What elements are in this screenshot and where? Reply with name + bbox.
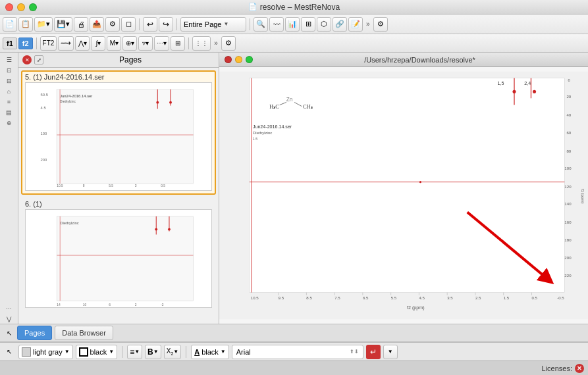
print-button[interactable]: 🖨 (74, 17, 88, 32)
svg-text:Diethylzinc: Diethylzinc (60, 221, 79, 225)
svg-text:1.5: 1.5 (504, 295, 510, 300)
sep7 (186, 346, 186, 358)
spectrum-content[interactable]: H₃C Zn CH₃ Jun24-2016.14.ser Diethylzinc… (219, 67, 588, 324)
bottom-toolbar: ↖ light gray ▼ black ▼ ≡ ▼ B ▼ X2 ▼ A bl… (0, 342, 588, 361)
stroke-color-selector[interactable]: black ▼ (76, 345, 118, 359)
minimize-button[interactable] (17, 3, 25, 11)
integration-button[interactable]: ∫▾ (91, 36, 105, 51)
svg-text:120: 120 (564, 184, 572, 189)
main-content: ☰ ⊡ ⊟ ⌂ ≡ ▤ ⊕ ⋯ ⋁ ✕ ⤢ Pages 5. (1) Jun24… (0, 53, 588, 324)
save-button[interactable]: 💾▾ (54, 17, 72, 32)
page-item-2[interactable]: 6. (1) Diethylzinc (21, 197, 216, 312)
svg-text:0.5: 0.5 (161, 184, 165, 188)
peak-pick-button[interactable]: ⋀▾ (75, 36, 90, 51)
subscript-button[interactable]: X2 ▼ (164, 345, 182, 359)
bottom-tabs: ↖ Pages Data Browser (0, 324, 588, 342)
align-icon: ≡ (130, 347, 134, 357)
new2-button[interactable]: 📋 (18, 17, 33, 32)
svg-text:10: 10 (83, 303, 87, 307)
tool2[interactable]: ◻ (121, 17, 136, 32)
svg-text:140: 140 (564, 201, 572, 206)
phasing-button[interactable]: ⟿ (58, 36, 74, 51)
data-browser-tab[interactable]: Data Browser (55, 326, 113, 340)
spectrum-close-btn[interactable] (225, 56, 232, 63)
more-tools-button[interactable]: » (364, 20, 372, 28)
pages-close-button[interactable]: ✕ (22, 55, 32, 64)
svg-text:9.5: 9.5 (279, 295, 284, 300)
svg-text:200: 200 (40, 158, 47, 162)
multiplet-button[interactable]: M▾ (107, 36, 121, 51)
tool1[interactable]: ⚙ (105, 17, 120, 32)
sidebar-pages-icon[interactable]: ☰ (5, 55, 13, 64)
font-color-selector[interactable]: A black ▼ (191, 345, 229, 359)
sidebar-expand-icon[interactable]: ⋁ (5, 314, 13, 324)
sidebar-icon2[interactable]: ⊟ (5, 76, 13, 86)
svg-text:H₃C: H₃C (269, 104, 279, 110)
settings2-button[interactable]: ⚙ (221, 36, 236, 51)
sidebar-icon6[interactable]: ⊕ (5, 118, 13, 128)
font-selector-arrows[interactable]: ⬆⬇ (350, 349, 359, 355)
f1-label[interactable]: f1 (3, 38, 17, 49)
pages-expand-button[interactable]: ⤢ (34, 55, 43, 64)
tools6[interactable]: ⊞ (171, 36, 185, 51)
sidebar-icon5[interactable]: ▤ (5, 108, 13, 117)
tools7[interactable]: ⋮⋮ (192, 36, 211, 51)
svg-text:220: 220 (564, 273, 572, 278)
left-sidebar: ☰ ⊡ ⊟ ⌂ ≡ ▤ ⊕ ⋯ ⋁ (0, 53, 18, 324)
svg-text:-0.5: -0.5 (557, 295, 564, 300)
table-button[interactable]: ⊞ (301, 17, 315, 32)
zoom-button[interactable]: 🔍 (254, 17, 268, 32)
spectrum-button[interactable]: 〰 (269, 17, 284, 32)
sidebar-icon3[interactable]: ⌂ (6, 87, 12, 96)
fill-color-selector[interactable]: light gray ▼ (18, 345, 73, 359)
assign-button[interactable]: 🔗 (333, 17, 347, 32)
struct-button[interactable]: ⬡ (317, 17, 331, 32)
undo-button[interactable]: ↩ (143, 17, 157, 32)
sidebar-icon-bottom[interactable]: ⋯ (5, 304, 13, 313)
font-color-arrow[interactable]: ▼ (221, 349, 226, 355)
spectrum-min-btn[interactable] (235, 56, 242, 63)
report-button[interactable]: 📝 (348, 17, 363, 32)
license-error-icon[interactable]: ✕ (575, 364, 584, 373)
more-options-button[interactable]: ▼ (383, 345, 398, 359)
fill-dropdown-arrow[interactable]: ▼ (65, 345, 70, 359)
svg-text:160: 160 (564, 220, 572, 224)
tools5[interactable]: ⋯▾ (154, 36, 169, 51)
open-button[interactable]: 📁▾ (34, 17, 53, 32)
panel-hide-button[interactable]: ↖ (4, 328, 14, 338)
stroke-color-label: black (90, 348, 107, 356)
close-button[interactable] (5, 3, 13, 11)
bold-button[interactable]: B ▼ (145, 345, 161, 359)
licenses-bar: Licenses: ✕ (0, 361, 588, 375)
sidebar-icon1[interactable]: ⊡ (5, 66, 13, 75)
title-bar: 📄 resolve – MestReNova (0, 0, 588, 14)
svg-text:3.5: 3.5 (447, 295, 453, 300)
pointer-tool[interactable]: ↖ (3, 345, 16, 359)
ft2-button[interactable]: FT2 (40, 36, 57, 51)
svg-rect-5 (57, 89, 193, 184)
font-name-selector[interactable]: Jun24-2016.14.ser Arial ⬆⬇ (232, 345, 363, 359)
export-button[interactable]: 📤 (90, 17, 104, 32)
page-item-1[interactable]: 5. (1) Jun24-2016.14.ser 50.5 4.5 100 20… (21, 70, 216, 195)
align-button[interactable]: ≡ ▼ (127, 345, 142, 359)
tools4[interactable]: ▿▾ (138, 36, 153, 51)
f2-label[interactable]: f2 (18, 38, 33, 49)
font-color-a: A (194, 348, 200, 356)
new-button[interactable]: 📄 (3, 17, 17, 32)
window-controls[interactable] (5, 3, 37, 11)
redo-button[interactable]: ↪ (159, 17, 173, 32)
align-arrow: ▼ (134, 349, 140, 355)
pages-tab[interactable]: Pages (17, 326, 52, 340)
stroke-dropdown-arrow[interactable]: ▼ (109, 349, 114, 355)
submit-button[interactable]: ↵ (366, 345, 381, 359)
more-tools2-button[interactable]: » (212, 39, 220, 47)
svg-rect-20 (57, 216, 193, 301)
page-view-dropdown[interactable]: Entire Page ▼ (180, 17, 246, 32)
maximize-button[interactable] (29, 3, 37, 11)
sidebar-icon4[interactable]: ≡ (6, 97, 12, 107)
tools3[interactable]: ⊕▾ (122, 36, 137, 51)
spectrum-window-controls[interactable] (225, 56, 253, 63)
spectrum-max-btn[interactable] (246, 56, 253, 63)
peaks-button[interactable]: 📊 (285, 17, 300, 32)
settings-button[interactable]: ⚙ (373, 17, 388, 32)
